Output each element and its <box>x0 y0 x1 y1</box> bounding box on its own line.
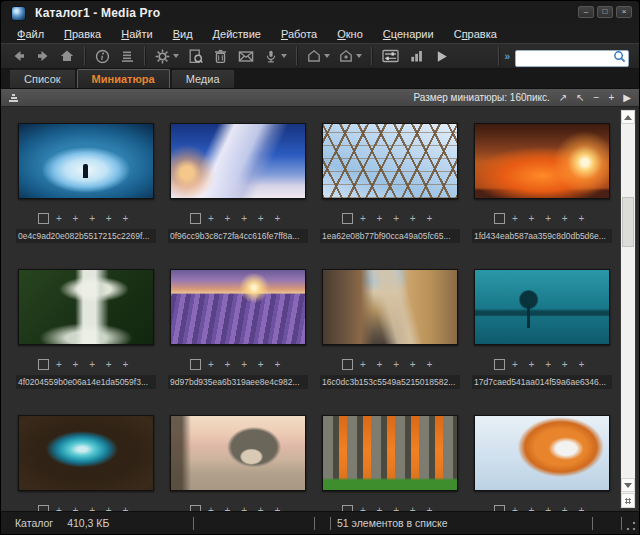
rating-placeholder[interactable]: + + + + + <box>512 213 585 224</box>
rating-placeholder[interactable]: + + + + + <box>208 505 281 511</box>
scroll-options-button[interactable] <box>621 493 635 508</box>
tab-list[interactable]: Список <box>9 69 76 88</box>
select-checkbox[interactable] <box>494 359 505 370</box>
thumbnail-lavender-field[interactable] <box>170 269 306 345</box>
menu-find[interactable]: Найти <box>111 27 162 41</box>
arrow-down-icon <box>624 483 632 488</box>
rating-placeholder[interactable]: + + + + + <box>360 213 433 224</box>
select-checkbox[interactable] <box>342 359 353 370</box>
select-checkbox[interactable] <box>342 505 353 511</box>
expand-thumbs-icon[interactable]: ↗ <box>559 90 567 106</box>
thumbnail-filename: 17d7caed541aa014f59a6ae6346... <box>472 375 612 389</box>
thumbnail-ice-cave[interactable] <box>18 123 154 199</box>
menu-work[interactable]: Работа <box>271 27 327 41</box>
label-button[interactable] <box>302 45 334 67</box>
rating-placeholder[interactable]: + + + + + <box>56 213 129 224</box>
larger-thumbs-icon[interactable]: + <box>608 90 614 106</box>
delete-button[interactable] <box>208 45 233 67</box>
grid-cell: + + + + + 0e4c9ad20e082b5517215c2269f... <box>11 123 163 269</box>
grid-cell: + + + + + <box>163 415 315 511</box>
tab-media[interactable]: Медиа <box>171 69 235 88</box>
rating-placeholder[interactable]: + + + + + <box>512 359 585 370</box>
select-checkbox[interactable] <box>190 359 201 370</box>
toolbar-separator <box>84 47 85 65</box>
scroll-down-button[interactable] <box>621 478 635 492</box>
back-button[interactable] <box>7 45 31 67</box>
grid-cell: + + + + + 1ea62e08b77bf90cca49a05fc65... <box>315 123 467 269</box>
home-icon <box>59 48 75 64</box>
chevron-down-icon <box>324 54 330 58</box>
menu-edit[interactable]: Правка <box>54 27 111 41</box>
rating-label-button[interactable] <box>334 45 366 67</box>
minimize-button[interactable]: – <box>578 6 594 18</box>
menu-help[interactable]: Справка <box>444 27 507 41</box>
rating-placeholder[interactable]: + + + + + <box>360 359 433 370</box>
rating-placeholder[interactable]: + + + + + <box>56 505 129 511</box>
scroll-up-button[interactable] <box>621 110 635 124</box>
select-checkbox[interactable] <box>38 359 49 370</box>
select-checkbox[interactable] <box>38 505 49 511</box>
menu-action[interactable]: Действие <box>203 27 271 41</box>
view-tabbar: Список Миниатюра Медиа <box>1 69 639 89</box>
mail-button[interactable] <box>233 45 259 67</box>
thumbnail-forest-trunks[interactable] <box>322 415 458 491</box>
rating-placeholder[interactable]: + + + + + <box>360 505 433 511</box>
search-box <box>515 48 629 65</box>
next-icon[interactable]: ▶ <box>623 90 631 106</box>
sort-icon[interactable] <box>9 94 18 102</box>
thumbnail-old-town-street[interactable] <box>322 269 458 345</box>
rating-placeholder[interactable]: + + + + + <box>208 213 281 224</box>
sort-list-button[interactable] <box>115 45 139 67</box>
select-checkbox[interactable] <box>190 505 201 511</box>
controls-panel-button[interactable] <box>377 45 404 67</box>
rating-placeholder[interactable]: + + + + + <box>56 359 129 370</box>
preview-button[interactable] <box>183 45 208 67</box>
rating-placeholder[interactable]: + + + + + <box>512 505 585 511</box>
menubar: Файл Правка Найти Вид Действие Работа Ок… <box>1 25 639 43</box>
thumbnail-glass-pyramid[interactable] <box>322 123 458 199</box>
thumbnail-rock-arch[interactable] <box>170 415 306 491</box>
select-checkbox[interactable] <box>190 213 201 224</box>
menu-file[interactable]: Файл <box>7 27 54 41</box>
restore-button[interactable]: □ <box>597 6 613 18</box>
select-checkbox[interactable] <box>38 213 49 224</box>
voice-annotation-button[interactable] <box>259 45 291 67</box>
resize-grip[interactable] <box>626 521 636 531</box>
close-button[interactable]: × <box>616 6 632 18</box>
menu-window[interactable]: Окно <box>327 27 373 41</box>
grid-cell: + + + + + 9d97bd935ea6b319aee8e4c982... <box>163 269 315 415</box>
grid-cell: + + + + + 0f96cc9b3c8c72fa4cc616fe7ff8a.… <box>163 123 315 269</box>
slideshow-button[interactable] <box>429 45 454 67</box>
thumbnail-frozen-pier[interactable] <box>170 123 306 199</box>
search-input[interactable] <box>515 50 629 67</box>
home-button[interactable] <box>55 45 79 67</box>
thumbnail-waterfall[interactable] <box>18 269 154 345</box>
toolbar-overflow-chevron[interactable]: » <box>504 51 509 62</box>
shrink-thumbs-icon[interactable]: ↖ <box>576 90 584 106</box>
search-icon[interactable] <box>613 50 626 63</box>
select-checkbox[interactable] <box>342 213 353 224</box>
menu-scripts[interactable]: Сценарии <box>373 27 444 41</box>
thumbnail-size-label: Размер миниатюры: 160пикс. <box>413 92 549 103</box>
thumbnail-mesa-arch[interactable] <box>474 123 610 199</box>
statusbar: Каталог 410,3 КБ 51 элементов в списке <box>1 511 639 534</box>
info-button[interactable] <box>90 45 115 67</box>
thumbnail-sea-cave[interactable] <box>18 415 154 491</box>
tab-thumbnail[interactable]: Миниатюра <box>77 69 170 88</box>
thumbnail-teal-pier[interactable] <box>474 269 610 345</box>
select-checkbox[interactable] <box>494 505 505 511</box>
chart-button[interactable] <box>404 45 429 67</box>
select-checkbox[interactable] <box>494 213 505 224</box>
forward-button[interactable] <box>31 45 55 67</box>
menu-view[interactable]: Вид <box>163 27 203 41</box>
sliders-icon <box>381 48 400 64</box>
toolbar-separator <box>296 47 297 65</box>
play-icon <box>433 48 450 65</box>
smaller-thumbs-icon[interactable]: − <box>594 90 600 106</box>
vertical-scrollbar[interactable] <box>620 109 636 509</box>
process-button[interactable] <box>150 45 183 67</box>
thumbnail-grid-area: + + + + + 0e4c9ad20e082b5517215c2269f...… <box>1 107 639 511</box>
scrollbar-thumb[interactable] <box>622 197 634 247</box>
rating-placeholder[interactable]: + + + + + <box>208 359 281 370</box>
thumbnail-fox[interactable] <box>474 415 610 491</box>
